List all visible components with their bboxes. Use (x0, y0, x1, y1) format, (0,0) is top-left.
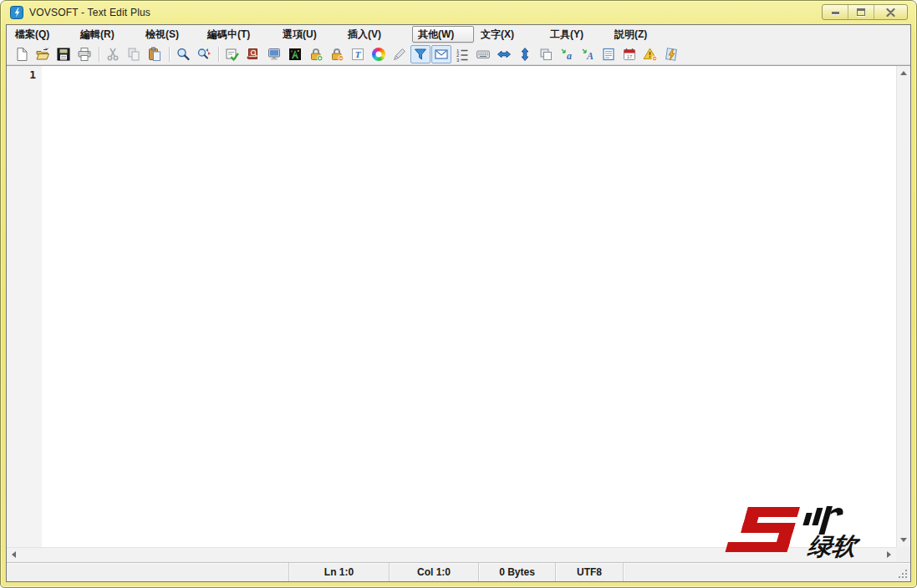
calendar-button[interactable]: 17 (619, 45, 639, 63)
menu-options[interactable]: 選項(U) (283, 27, 348, 42)
menu-insert[interactable]: 插入(V) (348, 27, 412, 42)
window-title: VOVSOFT - Text Edit Plus (29, 7, 150, 18)
fullscreen-button[interactable] (264, 45, 284, 63)
new-document-icon (14, 47, 29, 62)
menu-edit[interactable]: 編輯(R) (80, 27, 145, 42)
menu-tools[interactable]: 工具(Y) (550, 27, 614, 42)
maximize-button[interactable] (848, 5, 874, 19)
app-window: VOVSOFT - Text Edit Plus 檔案(Q) 編輯(R) 檢視(… (0, 0, 917, 588)
close-button[interactable] (874, 5, 907, 19)
calendar-icon: 17 (622, 47, 637, 62)
minimize-button[interactable] (823, 5, 848, 19)
menu-file[interactable]: 檔案(Q) (15, 27, 80, 42)
spell-check-icon (225, 47, 240, 62)
svg-text:3: 3 (456, 57, 460, 62)
menu-other[interactable]: 其他(W) (412, 26, 474, 43)
search-button[interactable] (173, 45, 193, 63)
swap-vertical-icon (517, 47, 532, 62)
scroll-up-button[interactable] (897, 66, 911, 80)
replace-button[interactable] (194, 45, 214, 63)
decrypt-button[interactable] (327, 45, 347, 63)
menu-help[interactable]: 説明(Z) (614, 27, 647, 42)
app-logo-icon (10, 6, 23, 19)
email-icon (434, 47, 449, 62)
numbered-list-icon: 123 (455, 47, 470, 62)
notes-icon (601, 47, 616, 62)
menubar: 檔案(Q) 編輯(R) 檢視(S) 編碼中(T) 選項(U) 插入(V) 其他(… (7, 25, 910, 43)
paste-button[interactable] (145, 45, 165, 63)
toolbar-separator (215, 46, 222, 63)
text-area[interactable] (42, 66, 896, 547)
swap-horizontal-icon (497, 47, 512, 62)
save-button[interactable] (53, 45, 74, 63)
duplicate-icon (538, 47, 553, 62)
status-panel-size: 0 Bytes (479, 563, 556, 581)
warning-button[interactable] (640, 45, 660, 63)
scroll-right-button[interactable] (882, 548, 896, 562)
pen-button[interactable] (390, 45, 410, 63)
status-panel-line: Ln 1:0 (289, 563, 390, 581)
lock-add-icon (308, 47, 323, 62)
filter-icon (413, 47, 428, 62)
notes-button[interactable] (599, 45, 619, 63)
email-button[interactable] (431, 45, 451, 63)
keyboard-icon (476, 47, 491, 62)
replace-icon (196, 47, 211, 62)
line-number-gutter: 1 (7, 66, 42, 547)
syntax-colors-button[interactable] (285, 45, 305, 63)
keyboard-button[interactable] (473, 45, 493, 63)
status-panel-message (7, 563, 289, 581)
numbered-list-button[interactable]: 123 (452, 45, 472, 63)
window-controls (822, 4, 908, 20)
open-folder-icon (35, 47, 50, 62)
titlebar[interactable]: VOVSOFT - Text Edit Plus (6, 1, 911, 24)
copy-icon (126, 47, 141, 62)
open-file-button[interactable] (33, 45, 53, 63)
lock-remove-icon (329, 47, 344, 62)
save-icon (56, 47, 71, 62)
swap-vertical-button[interactable] (515, 45, 535, 63)
line-number: 1 (29, 68, 36, 81)
print-icon (77, 47, 92, 62)
toolbar-separator (95, 46, 103, 63)
lowercase-icon: a (559, 47, 574, 62)
toolbar-separator (166, 46, 173, 63)
statusbar: Ln 1:0 Col 1:0 0 Bytes UTF8 (7, 562, 910, 581)
warning-icon (643, 47, 658, 62)
search-icon (176, 47, 191, 62)
spell-check-button[interactable] (222, 45, 242, 63)
cut-button[interactable] (103, 45, 123, 63)
vertical-scrollbar[interactable] (896, 66, 910, 547)
menu-text[interactable]: 文字(X) (481, 27, 550, 42)
menu-view[interactable]: 檢視(S) (145, 27, 207, 42)
svg-text:A: A (586, 50, 594, 62)
encrypt-button[interactable] (306, 45, 326, 63)
horizontal-scrollbar[interactable] (7, 547, 896, 561)
lowercase-button[interactable]: a (557, 45, 577, 63)
arrow-left-icon (12, 551, 16, 558)
duplicate-button[interactable] (536, 45, 556, 63)
scrollbar-corner (896, 547, 910, 561)
flash-icon (664, 47, 679, 62)
flash-button[interactable] (661, 45, 681, 63)
status-panel-column: Col 1:0 (390, 563, 479, 581)
client-area: 檔案(Q) 編輯(R) 檢視(S) 編碼中(T) 選項(U) 插入(V) 其他(… (6, 24, 911, 582)
syntax-colors-icon (288, 47, 303, 62)
dictionary-button[interactable] (243, 45, 263, 63)
copy-button[interactable] (124, 45, 144, 63)
resize-grip-icon[interactable] (898, 569, 909, 580)
font-button[interactable]: T (348, 45, 368, 63)
paste-icon (147, 47, 162, 62)
new-document-button[interactable] (12, 45, 32, 63)
color-wheel-icon (372, 48, 385, 61)
swap-horizontal-button[interactable] (494, 45, 514, 63)
scroll-left-button[interactable] (7, 548, 21, 562)
print-button[interactable] (74, 45, 94, 63)
menu-encoding[interactable]: 編碼中(T) (207, 27, 283, 42)
uppercase-button[interactable]: A (578, 45, 598, 63)
color-wheel-button[interactable] (369, 45, 389, 63)
filter-button[interactable] (410, 45, 430, 63)
uppercase-icon: A (580, 47, 595, 62)
scroll-down-button[interactable] (897, 533, 911, 547)
status-panel-encoding: UTF8 (556, 563, 624, 581)
